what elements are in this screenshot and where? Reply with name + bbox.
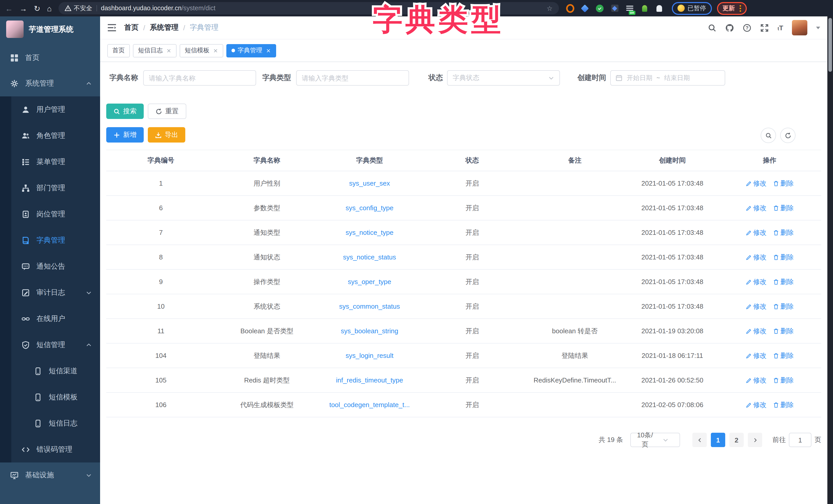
extension-icon[interactable] [566, 4, 574, 12]
page-button-2[interactable]: 2 [729, 433, 744, 447]
edit-link[interactable]: 修改 [745, 253, 766, 262]
add-button[interactable]: 新增 [106, 127, 144, 143]
edit-link[interactable]: 修改 [745, 376, 766, 385]
edit-icon [745, 328, 752, 334]
browser-forward-icon[interactable]: → [20, 4, 27, 12]
extension-icon[interactable] [640, 4, 648, 12]
breadcrumb-item-system[interactable]: 系统管理 [150, 23, 178, 32]
delete-link[interactable]: 删除 [773, 253, 794, 262]
search-button[interactable]: 搜索 [106, 104, 144, 119]
cell-type[interactable]: sys_notice_status [318, 253, 421, 261]
prev-page-button[interactable] [692, 433, 707, 447]
sidebar-item-12[interactable]: 短信渠道 [0, 358, 100, 384]
sidebar-item-7[interactable]: 字典管理 [0, 227, 100, 253]
browser-update-button[interactable]: 更新 [717, 2, 746, 15]
online-link-icon [22, 314, 30, 323]
extension-icon[interactable] [611, 4, 619, 12]
edit-link[interactable]: 修改 [745, 400, 766, 409]
github-icon[interactable] [725, 23, 734, 32]
tab-1[interactable]: 短信日志 [133, 44, 176, 57]
sidebar-item-14[interactable]: 短信日志 [0, 410, 100, 436]
delete-link[interactable]: 删除 [773, 376, 794, 385]
app-logo-row[interactable]: 芋道管理系统 [0, 17, 100, 42]
edit-link[interactable]: 修改 [745, 302, 766, 311]
browser-back-icon[interactable]: ← [5, 4, 13, 12]
dict-type-input[interactable] [296, 70, 409, 85]
search-icon[interactable] [708, 23, 716, 32]
goto-page-input[interactable] [789, 433, 811, 447]
sidebar-item-11[interactable]: 短信管理 [0, 332, 100, 358]
page-button-1[interactable]: 1 [711, 433, 725, 447]
edit-link[interactable]: 修改 [745, 277, 766, 286]
next-page-button[interactable] [748, 433, 762, 447]
delete-link[interactable]: 删除 [773, 277, 794, 286]
user-icon [22, 105, 30, 114]
cell-type[interactable]: inf_redis_timeout_type [318, 376, 421, 384]
cell-type[interactable]: sys_user_sex [318, 179, 421, 187]
refresh-table-button[interactable] [780, 128, 795, 143]
cell-type[interactable]: sys_login_result [318, 352, 421, 359]
cell-type[interactable]: sys_oper_type [318, 278, 421, 285]
browser-menu-icon[interactable] [739, 5, 741, 11]
cell-type[interactable]: sys_config_type [318, 204, 421, 212]
export-button[interactable]: 导出 [148, 127, 185, 143]
font-size-icon[interactable]: tT [778, 24, 783, 31]
chevron-down-icon [655, 437, 675, 443]
sidebar-item-16[interactable]: 基础设施 [0, 462, 100, 488]
sidebar-item-0[interactable]: 首页 [0, 45, 100, 71]
extension-icon[interactable] [581, 4, 589, 12]
cell-type[interactable]: tool_codegen_template_t... [318, 401, 421, 409]
breadcrumb-item-home[interactable]: 首页 [124, 23, 139, 32]
cell-type[interactable]: sys_boolean_string [318, 327, 421, 335]
tab-0[interactable]: 首页 [107, 44, 130, 57]
scrollbar-thumb[interactable] [828, 18, 832, 72]
sidebar-item-13[interactable]: 短信模板 [0, 384, 100, 410]
sidebar-item-8[interactable]: 通知公告 [0, 253, 100, 279]
bookmark-star-icon[interactable]: ☆ [547, 4, 552, 12]
help-icon[interactable]: ? [743, 23, 752, 32]
page-size-select[interactable]: 10条/页 [630, 433, 680, 447]
reset-button[interactable]: 重置 [148, 104, 186, 119]
sidebar-item-6[interactable]: 岗位管理 [0, 201, 100, 227]
avatar[interactable] [792, 20, 807, 35]
extension-icon[interactable] [655, 4, 663, 12]
edit-link[interactable]: 修改 [745, 351, 766, 360]
delete-link[interactable]: 删除 [773, 302, 794, 311]
delete-link[interactable]: 删除 [773, 203, 794, 212]
sidebar-item-4[interactable]: 菜单管理 [0, 149, 100, 175]
scrollbar[interactable] [827, 17, 833, 504]
sidebar-item-3[interactable]: 角色管理 [0, 123, 100, 149]
edit-link[interactable]: 修改 [745, 179, 766, 188]
chevron-down-icon[interactable] [816, 26, 820, 29]
delete-link[interactable]: 删除 [773, 179, 794, 188]
delete-link[interactable]: 删除 [773, 326, 794, 335]
edit-link[interactable]: 修改 [745, 326, 766, 335]
sidebar-item-5[interactable]: 部门管理 [0, 175, 100, 201]
toggle-search-button[interactable] [761, 128, 776, 143]
edit-link[interactable]: 修改 [745, 228, 766, 237]
extension-icon[interactable]: on [625, 4, 634, 12]
delete-link[interactable]: 删除 [773, 351, 794, 360]
delete-link[interactable]: 删除 [773, 400, 794, 409]
fullscreen-icon[interactable] [760, 23, 769, 32]
dict-name-input[interactable] [143, 70, 256, 85]
date-range-picker[interactable]: 开始日期 ~ 结束日期 [610, 70, 725, 85]
edit-link[interactable]: 修改 [745, 203, 766, 212]
delete-link[interactable]: 删除 [773, 228, 794, 237]
sidebar-item-15[interactable]: 错误码管理 [0, 436, 100, 462]
address-bar[interactable]: 不安全 dashboard.yudao.iocoder.cn /system/d… [58, 2, 559, 14]
paused-extension-badge[interactable]: 已暂停 [672, 2, 712, 15]
sidebar-item-10[interactable]: 在线用户 [0, 306, 100, 332]
extension-icon[interactable] [596, 4, 604, 12]
browser-reload-icon[interactable]: ↻ [34, 4, 40, 12]
sidebar-item-1[interactable]: 系统管理 [0, 71, 100, 96]
sidebar-item-9[interactable]: 审计日志 [0, 279, 100, 306]
browser-home-icon[interactable]: ⌂ [47, 4, 52, 12]
sidebar-item-2[interactable]: 用户管理 [0, 96, 100, 123]
hamburger-icon[interactable] [107, 24, 117, 32]
tab-2[interactable]: 短信模板 [180, 44, 223, 57]
cell-type[interactable]: sys_notice_type [318, 229, 421, 236]
cell-type[interactable]: sys_common_status [318, 303, 421, 310]
status-select[interactable]: 字典状态 [447, 70, 560, 85]
tab-3[interactable]: 字典管理 [227, 44, 276, 57]
